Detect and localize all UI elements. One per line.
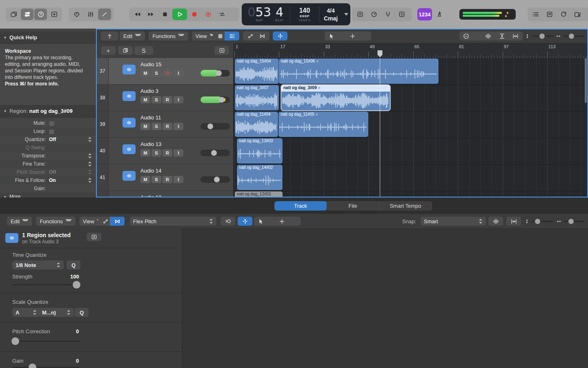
volume-slider[interactable] [200, 150, 230, 156]
track-header-audio-3[interactable]: 38Audio 3MSRI [97, 85, 233, 111]
fit-vertical-icon[interactable] [494, 31, 509, 40]
list-editors-icon[interactable] [529, 9, 542, 20]
region-natt-og-dag_14#02[interactable]: natt og dag_14#02 [237, 165, 283, 190]
stop-button[interactable] [158, 9, 172, 20]
back-arrow-icon[interactable] [100, 31, 118, 40]
cpu-gauge-icon[interactable] [368, 9, 381, 20]
playhead-marker[interactable] [377, 50, 383, 59]
region-natt-og-dag_3#07[interactable]: natt og dag_3#07 [235, 85, 279, 110]
record-enable-button[interactable]: R [163, 123, 172, 130]
stepper-icon[interactable] [87, 177, 92, 183]
editor-menu-edit[interactable]: Edit [7, 217, 32, 226]
solo-button[interactable]: S [151, 149, 161, 157]
catch-playhead-icon[interactable] [273, 31, 287, 40]
tuning-fork-icon[interactable] [381, 9, 394, 20]
catch-playhead-icon[interactable] [238, 217, 252, 226]
quick-help-header[interactable]: ▾ Quick Help [0, 31, 96, 44]
region-param-checkbox[interactable] [49, 121, 54, 126]
volume-slider[interactable] [200, 176, 230, 183]
workspace-lanes[interactable]: natt og dag_15#04natt og dag_15#06 ○natt… [233, 58, 587, 197]
tab-file[interactable]: File [327, 201, 379, 211]
toolbar-toggle-icon[interactable] [48, 9, 60, 20]
waveform-zoom-icon[interactable] [488, 217, 503, 226]
mute-button[interactable]: M [140, 149, 150, 157]
track-header-audio-12[interactable]: Audio 12 [97, 191, 233, 197]
count-in-button[interactable]: 1234 [417, 8, 432, 20]
waveform-zoom-icon[interactable] [481, 31, 495, 40]
stepper-icon[interactable] [87, 137, 92, 142]
stepper-icon[interactable] [87, 153, 92, 159]
fit-horizontal-icon[interactable] [508, 31, 523, 40]
scale-type-selector[interactable]: M...n) [39, 308, 74, 317]
region-natt-og-dag_15#04[interactable]: natt og dag_15#04 [235, 58, 279, 84]
time-quantize-apply-button[interactable]: Q [67, 260, 80, 269]
inspector-toggle-icon[interactable] [21, 9, 33, 20]
region-inspector-header[interactable]: ▾ Region: natt og dag_3#09 [0, 104, 96, 117]
horizontal-zoom-slider[interactable] [556, 219, 585, 224]
solo-button[interactable]: S [151, 70, 161, 77]
bar-ruler[interactable]: 1173349658197113 [233, 43, 587, 58]
solo-button[interactable]: S [151, 176, 161, 183]
loop-browser-icon[interactable] [557, 9, 570, 20]
secondary-tool-selector[interactable] [346, 31, 371, 40]
midi-out-icon[interactable] [220, 217, 235, 226]
lcd-display[interactable]: 053 BAR 4 BEAT 140 KEEP TEMPO 4/4 Cmaj [242, 3, 350, 25]
editor-menu-functions[interactable]: Functions [36, 217, 75, 226]
tracks-view-icon[interactable] [225, 31, 239, 40]
region-param-value[interactable]: On [49, 177, 56, 183]
editor-hide-button[interactable] [87, 233, 101, 241]
mute-button[interactable]: M [140, 96, 150, 103]
input-monitor-button[interactable]: I [174, 70, 183, 77]
scale-root-selector[interactable]: A [12, 308, 40, 317]
fast-forward-button[interactable] [145, 9, 158, 20]
input-monitor-button[interactable]: I [174, 123, 183, 130]
master-bypass-icon[interactable] [354, 9, 367, 20]
flex-icon[interactable] [255, 31, 270, 40]
flex-icon[interactable] [110, 217, 125, 226]
region-natt-og-dag_11#04[interactable]: natt og dag_11#04 [235, 112, 278, 137]
strength-slider[interactable] [12, 284, 80, 285]
play-button[interactable] [172, 9, 187, 20]
volume-slider[interactable] [200, 70, 230, 76]
input-monitor-button[interactable]: I [174, 176, 183, 183]
fit-horizontal-icon[interactable] [506, 217, 521, 226]
time-quantize-selector[interactable]: 1/8 Note [12, 260, 64, 269]
mixer-icon[interactable] [84, 9, 97, 20]
volume-slider[interactable] [200, 123, 230, 130]
volume-slider[interactable] [200, 96, 230, 103]
scale-quantize-apply-button[interactable]: Q [75, 308, 89, 317]
vertical-zoom-slider[interactable] [525, 34, 553, 39]
region-param-checkbox[interactable] [49, 129, 54, 134]
solo-mode-icon[interactable]: S [395, 9, 408, 20]
region-natt-og-dag_11#05[interactable]: natt og dag_11#05 ○ [278, 112, 368, 137]
mute-button[interactable]: M [140, 123, 150, 130]
capture-recording-button[interactable] [202, 9, 215, 20]
record-enable-button[interactable]: R [163, 176, 172, 183]
solo-button[interactable]: S [151, 123, 161, 130]
horizontal-zoom-slider[interactable] [556, 34, 584, 39]
playhead[interactable] [380, 58, 381, 197]
track-header-audio-13[interactable]: 40Audio 13MSRI [97, 138, 233, 164]
add-track-button[interactable]: + [101, 46, 116, 55]
tuner-icon[interactable] [70, 9, 83, 20]
pencil-tool-icon[interactable] [98, 9, 111, 20]
record-enable-button[interactable]: R [163, 70, 172, 77]
pitch-correction-slider[interactable] [12, 341, 80, 342]
library-icon[interactable] [7, 9, 20, 20]
hide-tracks-button[interactable] [214, 46, 229, 55]
record-enable-button[interactable]: R [163, 96, 172, 103]
vertical-zoom-slider[interactable] [524, 219, 553, 224]
vertical-scrollbar[interactable] [585, 58, 587, 103]
quick-help-toggle-icon[interactable]: ? [34, 9, 47, 20]
region-natt-og-dag_3#09[interactable]: natt og dag_3#09 ○ [281, 85, 390, 110]
track-header-audio-11[interactable]: 39Audio 11MSRI [97, 111, 233, 138]
region-natt-og-dag_13#03[interactable]: natt og dag_13#03 [237, 138, 283, 164]
record-button[interactable] [188, 9, 201, 20]
track-header-audio-15[interactable]: 37Audio 15MSRI [97, 58, 233, 85]
cycle-button[interactable] [216, 9, 229, 20]
region-param-value[interactable]: Off [49, 169, 56, 175]
region-natt-og-dag_15#06[interactable]: natt og dag_15#06 ○ [279, 58, 439, 84]
rewind-button[interactable] [131, 9, 144, 20]
input-monitor-button[interactable]: I [174, 149, 183, 157]
region-natt-og-dag_12#03[interactable]: natt og dag_12#03 [235, 191, 283, 197]
